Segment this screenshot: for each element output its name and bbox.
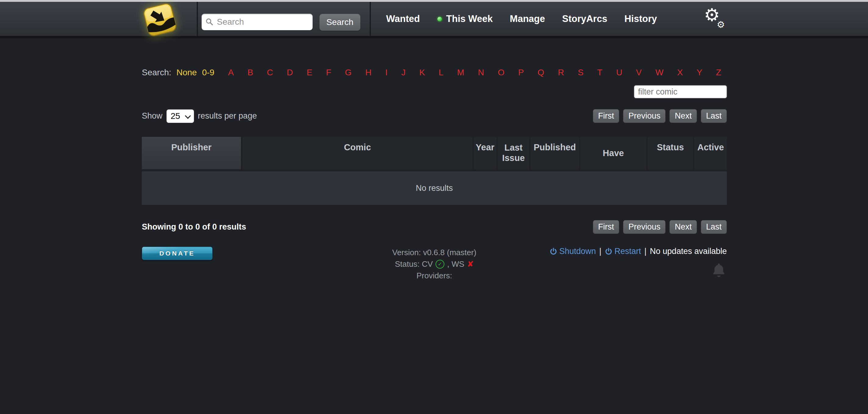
search-input[interactable] — [202, 14, 313, 30]
results-summary: Showing 0 to 0 of 0 results — [142, 222, 246, 232]
power-icon — [550, 248, 557, 255]
alpha-letter-O[interactable]: O — [498, 68, 504, 77]
show-label: Show — [142, 111, 162, 121]
alpha-letter-J[interactable]: J — [401, 68, 406, 77]
search-button[interactable]: Search — [319, 14, 361, 31]
column-header-year[interactable]: Year — [474, 137, 496, 169]
alpha-letter-L[interactable]: L — [439, 68, 443, 77]
first-page-button[interactable]: First — [593, 109, 619, 123]
previous-page-button[interactable]: Previous — [623, 220, 665, 234]
navbar-divider — [370, 2, 371, 36]
alpha-letter-C[interactable]: C — [267, 68, 273, 77]
top-navbar: Search Wanted This Week Manage StoryArcs… — [0, 2, 868, 38]
cross-icon: ✘ — [467, 258, 474, 270]
previous-page-button[interactable]: Previous — [623, 109, 665, 123]
donate-button[interactable]: DONATE — [142, 247, 213, 260]
nav-item-storyarcs[interactable]: StoryArcs — [562, 13, 607, 24]
nav-item-this-week[interactable]: This Week — [437, 13, 493, 24]
version-line: Version: v0.6.8 (master) — [392, 247, 476, 258]
settings-gear-icon[interactable]: ⚙ ⚙ — [704, 6, 728, 32]
alpha-letter-D[interactable]: D — [287, 68, 293, 77]
alphabet-filter-row: Search: None 0-9 ABCDEFGHIJKLMNOPQRSTUVW… — [142, 68, 727, 77]
nav-item-manage[interactable]: Manage — [510, 13, 545, 24]
alpha-filter-0-9[interactable]: 0-9 — [202, 68, 214, 77]
column-header-status[interactable]: Status — [648, 137, 693, 169]
alpha-letter-W[interactable]: W — [655, 68, 663, 77]
main-content: Search: None 0-9 ABCDEFGHIJKLMNOPQRSTUVW… — [142, 68, 727, 281]
pagination-top: First Previous Next Last — [593, 109, 727, 123]
column-header-comic[interactable]: Comic — [243, 137, 472, 169]
alpha-letter-R[interactable]: R — [558, 68, 564, 77]
per-page-suffix-label: results per page — [198, 111, 257, 121]
alpha-letter-I[interactable]: I — [385, 68, 388, 77]
main-nav: Wanted This Week Manage StoryArcs Histor… — [386, 2, 657, 36]
version-status-block: Version: v0.6.8 (master) Status: CV ✓ , … — [392, 247, 476, 281]
alpha-letter-M[interactable]: M — [457, 68, 464, 77]
updates-status: No updates available — [650, 247, 727, 256]
link-separator: | — [645, 247, 647, 256]
column-header-active[interactable]: Active — [694, 137, 727, 169]
next-page-button[interactable]: Next — [670, 220, 697, 234]
alpha-letter-F[interactable]: F — [326, 68, 331, 77]
nav-item-wanted[interactable]: Wanted — [386, 13, 420, 24]
navbar-divider — [197, 2, 198, 36]
alpha-letter-A[interactable]: A — [228, 68, 234, 77]
system-links: Shutdown | Restart | No updates availabl… — [550, 247, 727, 256]
alpha-letter-G[interactable]: G — [345, 68, 352, 77]
last-page-button[interactable]: Last — [701, 109, 727, 123]
no-results-message: No results — [416, 184, 453, 193]
providers-line: Providers: — [392, 270, 476, 281]
alpha-letter-T[interactable]: T — [597, 68, 602, 77]
power-icon — [605, 248, 613, 255]
column-header-have[interactable]: Have — [580, 137, 646, 169]
nav-item-history[interactable]: History — [624, 13, 657, 24]
comics-table-header: Publisher Comic Year Last Issue Publishe… — [142, 137, 727, 169]
alpha-letter-E[interactable]: E — [307, 68, 312, 77]
check-circle-icon: ✓ — [436, 260, 444, 268]
notification-bell-icon[interactable] — [712, 262, 726, 281]
mylar-logo[interactable] — [136, 0, 182, 40]
restart-link[interactable]: Restart — [605, 247, 641, 256]
alpha-letter-U[interactable]: U — [616, 68, 622, 77]
alpha-letter-K[interactable]: K — [420, 68, 425, 77]
alpha-letter-V[interactable]: V — [636, 68, 642, 77]
first-page-button[interactable]: First — [593, 220, 619, 234]
column-header-published[interactable]: Published — [531, 137, 579, 169]
filter-comic-input[interactable] — [634, 85, 727, 98]
table-empty-row: No results — [142, 171, 727, 205]
alpha-letter-S[interactable]: S — [578, 68, 584, 77]
alpha-letter-Z[interactable]: Z — [716, 68, 721, 77]
alpha-letter-H[interactable]: H — [365, 68, 371, 77]
search-icon — [205, 18, 214, 27]
green-status-dot-icon — [437, 17, 442, 22]
column-header-publisher[interactable]: Publisher — [142, 137, 241, 169]
alpha-letter-B[interactable]: B — [247, 68, 253, 77]
status-line: Status: CV ✓ , WS ✘ — [392, 258, 476, 270]
column-header-last-issue[interactable]: Last Issue — [498, 137, 529, 169]
last-page-button[interactable]: Last — [701, 220, 727, 234]
alpha-letter-Y[interactable]: Y — [696, 68, 703, 77]
alpha-letter-Q[interactable]: Q — [538, 68, 545, 77]
pagination-bottom: First Previous Next Last — [593, 220, 727, 234]
page-footer: DONATE Version: v0.6.8 (master) Status: … — [142, 247, 727, 281]
alpha-letter-X[interactable]: X — [677, 68, 683, 77]
shutdown-link[interactable]: Shutdown — [550, 247, 596, 256]
alpha-letter-N[interactable]: N — [478, 68, 484, 77]
link-separator: | — [599, 247, 601, 256]
alpha-filter-none[interactable]: None — [177, 68, 197, 77]
results-per-page-control: Show 25 results per page — [142, 109, 257, 123]
alpha-search-label: Search: — [142, 68, 172, 77]
per-page-select[interactable]: 25 — [166, 109, 194, 123]
next-page-button[interactable]: Next — [670, 109, 697, 123]
alpha-letter-P[interactable]: P — [518, 68, 524, 77]
